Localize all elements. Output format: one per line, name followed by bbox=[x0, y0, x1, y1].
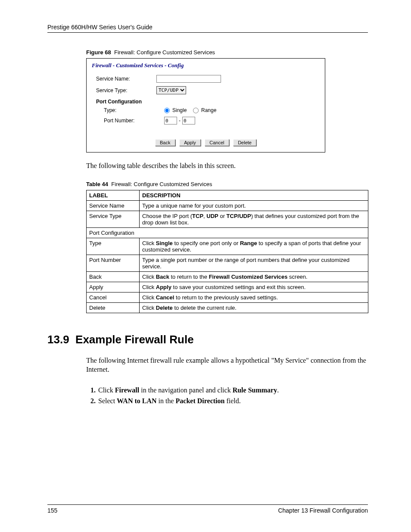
page-footer: 155 Chapter 13 Firewall Configuration bbox=[47, 504, 368, 514]
cell-label: Service Name bbox=[87, 200, 140, 211]
service-name-label: Service Name: bbox=[96, 76, 156, 82]
description-table: LABEL DESCRIPTION Service NameType a uni… bbox=[86, 190, 368, 313]
step-item: Select WAN to LAN in the Packet Directio… bbox=[97, 395, 368, 407]
table-row: Port Configuration bbox=[87, 227, 368, 238]
apply-button[interactable]: Apply bbox=[179, 139, 201, 146]
cell-desc: Click Cancel to return to the previously… bbox=[140, 292, 368, 302]
cell-span: Port Configuration bbox=[87, 227, 368, 238]
section-number: 13.9 bbox=[47, 333, 69, 346]
port-number-label: Port Number: bbox=[96, 118, 164, 124]
intro-paragraph: The following table describes the labels… bbox=[86, 161, 368, 171]
service-type-select[interactable]: TCP/UDP bbox=[156, 86, 186, 94]
radio-single[interactable] bbox=[164, 108, 170, 113]
type-label: Type: bbox=[96, 107, 164, 113]
port-dash: - bbox=[179, 118, 181, 124]
chapter-label: Chapter 13 Firewall Configuration bbox=[278, 507, 368, 514]
cell-label: Cancel bbox=[87, 292, 140, 302]
table-row: BackClick Back to return to the Firewall… bbox=[87, 271, 368, 282]
table-row: ApplyClick Apply to save your customized… bbox=[87, 282, 368, 292]
figure-caption: Figure 68 Firewall: Configure Customized… bbox=[86, 49, 368, 56]
service-type-label: Service Type: bbox=[96, 87, 156, 93]
cell-label: Back bbox=[87, 271, 140, 282]
table-row: CancelClick Cancel to return to the prev… bbox=[87, 292, 368, 302]
th-desc: DESCRIPTION bbox=[140, 190, 368, 200]
back-button[interactable]: Back bbox=[155, 139, 175, 146]
step-item: Click Firewall in the navigation panel a… bbox=[97, 385, 368, 396]
steps-list: Click Firewall in the navigation panel a… bbox=[86, 385, 368, 407]
table-row: TypeClick Single to specify one port onl… bbox=[87, 238, 368, 255]
section-paragraph: The following Internet firewall rule exa… bbox=[86, 356, 368, 374]
port-config-heading: Port Configuration bbox=[96, 99, 325, 105]
table-caption-text: Firewall: Configure Customized Services bbox=[111, 181, 212, 187]
cell-desc: Choose the IP port (TCP, UDP or TCP/UDP)… bbox=[140, 211, 368, 227]
panel-title: Firewall - Customized Services - Config bbox=[87, 62, 325, 71]
port-to-input[interactable] bbox=[182, 117, 195, 124]
cancel-button[interactable]: Cancel bbox=[205, 139, 229, 146]
table-row: Service NameType a unique name for your … bbox=[87, 200, 368, 211]
running-header: Prestige 660H/HW Series User's Guide bbox=[47, 24, 368, 33]
cell-desc: Click Delete to delete the current rule. bbox=[140, 302, 368, 313]
cell-desc: Click Back to return to the Firewall Cus… bbox=[140, 271, 368, 282]
delete-button[interactable]: Delete bbox=[233, 139, 256, 146]
service-name-input[interactable] bbox=[156, 75, 221, 83]
cell-desc: Type a unique name for your custom port. bbox=[140, 200, 368, 211]
table-row: DeleteClick Delete to delete the current… bbox=[87, 302, 368, 313]
table-row: Service TypeChoose the IP port (TCP, UDP… bbox=[87, 211, 368, 227]
radio-range[interactable] bbox=[193, 108, 199, 113]
page-number: 155 bbox=[47, 507, 57, 514]
radio-single-label: Single bbox=[172, 107, 187, 113]
figure-panel: Firewall - Customized Services - Config … bbox=[86, 58, 325, 152]
cell-label: Service Type bbox=[87, 211, 140, 227]
cell-label: Delete bbox=[87, 302, 140, 313]
cell-label: Type bbox=[87, 238, 140, 255]
th-label: LABEL bbox=[87, 190, 140, 200]
table-caption: Table 44 Firewall: Configure Customized … bbox=[86, 181, 368, 187]
cell-label: Apply bbox=[87, 282, 140, 292]
cell-desc: Click Single to specify one port only or… bbox=[140, 238, 368, 255]
figure-label: Figure 68 bbox=[86, 49, 111, 56]
section-heading: 13.9 Example Firewall Rule bbox=[47, 333, 368, 346]
table-row: Port NumberType a single port number or … bbox=[87, 255, 368, 271]
figure-caption-text: Firewall: Configure Customized Services bbox=[114, 49, 215, 56]
cell-desc: Type a single port number or the range o… bbox=[140, 255, 368, 271]
port-from-input[interactable] bbox=[164, 117, 177, 124]
radio-range-label: Range bbox=[201, 107, 216, 113]
cell-desc: Click Apply to save your customized sett… bbox=[140, 282, 368, 292]
cell-label: Port Number bbox=[87, 255, 140, 271]
section-title: Example Firewall Rule bbox=[75, 333, 194, 346]
table-label: Table 44 bbox=[86, 181, 108, 187]
